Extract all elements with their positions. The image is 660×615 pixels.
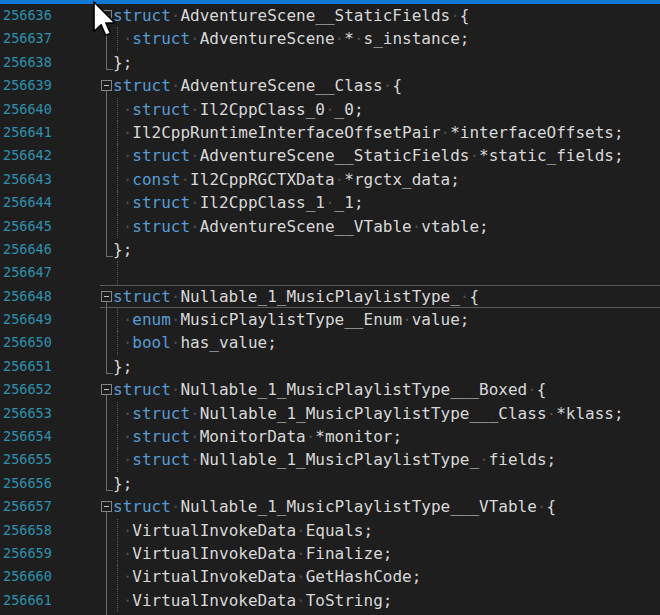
code-line: 256657struct·Nullable_1_MusicPlaylistTyp… bbox=[0, 495, 660, 518]
line-number[interactable]: 256659 bbox=[3, 542, 52, 565]
code-text[interactable]: struct·Nullable_1_MusicPlaylistType___VT… bbox=[113, 495, 556, 518]
line-number[interactable]: 256654 bbox=[3, 425, 52, 448]
code-text[interactable]: struct·AdventureScene__Class·{ bbox=[113, 74, 402, 97]
code-text[interactable]: ·const·Il2CppRGCTXData·*rgctx_data; bbox=[113, 168, 460, 191]
code-line: 256646}; bbox=[0, 238, 660, 261]
code-line: 256640·struct·Il2CppClass_0·_0; bbox=[0, 98, 660, 121]
line-number[interactable]: 256645 bbox=[3, 215, 52, 238]
whitespace-dot: · bbox=[171, 380, 181, 399]
whitespace-dot: · bbox=[190, 29, 200, 48]
line-number[interactable]: 256638 bbox=[3, 51, 52, 74]
whitespace-dot: · bbox=[190, 404, 200, 423]
fold-scope-line bbox=[106, 425, 107, 448]
line-number[interactable]: 256637 bbox=[3, 27, 52, 50]
keyword-token: struct bbox=[132, 193, 190, 212]
whitespace-dot: · bbox=[383, 76, 393, 95]
identifier-token: AdventureScene__StaticFields bbox=[180, 6, 450, 25]
identifier-token: *rgctx_data; bbox=[344, 170, 460, 189]
line-number[interactable]: 256644 bbox=[3, 191, 52, 214]
line-number[interactable]: 256660 bbox=[3, 565, 52, 588]
line-number[interactable]: 256642 bbox=[3, 144, 52, 167]
code-text[interactable]: ·struct·Il2CppClass_1·_1; bbox=[113, 191, 364, 214]
whitespace-dot: · bbox=[306, 427, 316, 446]
code-text[interactable]: ·struct·AdventureScene·*·s_instance; bbox=[113, 27, 469, 50]
code-text[interactable]: }; bbox=[113, 355, 132, 378]
code-line: 256638}; bbox=[0, 51, 660, 74]
line-number[interactable]: 256647 bbox=[3, 261, 52, 284]
indent-whitespace-dot: · bbox=[113, 98, 132, 121]
code-text[interactable]: }; bbox=[113, 472, 132, 495]
identifier-token: AdventureScene__StaticFields bbox=[200, 146, 470, 165]
line-number[interactable]: 256646 bbox=[3, 238, 52, 261]
whitespace-dot: · bbox=[190, 146, 200, 165]
fold-scope-line bbox=[106, 215, 107, 238]
whitespace-dot: · bbox=[479, 450, 489, 469]
code-text[interactable]: ·VirtualInvokeData·GetHashCode; bbox=[113, 565, 421, 588]
line-number[interactable]: 256655 bbox=[3, 448, 52, 471]
fold-collapse-toggle-icon[interactable] bbox=[101, 10, 112, 21]
identifier-token: VirtualInvokeData bbox=[132, 591, 296, 610]
code-text[interactable]: ·bool·has_value; bbox=[113, 331, 277, 354]
line-number[interactable]: 256636 bbox=[3, 4, 52, 27]
code-line: 256636struct·AdventureScene__StaticField… bbox=[0, 4, 660, 27]
whitespace-dot: · bbox=[180, 170, 190, 189]
code-text[interactable]: ·enum·MusicPlaylistType__Enum·value; bbox=[113, 308, 469, 331]
identifier-token: *interfaceOffsets; bbox=[450, 123, 623, 142]
identifier-token: AdventureScene__Class bbox=[180, 76, 382, 95]
line-number[interactable]: 256640 bbox=[3, 98, 52, 121]
code-text[interactable]: struct·Nullable_1_MusicPlaylistType_·{ bbox=[113, 285, 479, 308]
whitespace-dot: · bbox=[335, 170, 345, 189]
keyword-token: struct bbox=[132, 404, 190, 423]
fold-collapse-toggle-icon[interactable] bbox=[101, 80, 112, 91]
code-text[interactable]: ·Il2CppRuntimeInterfaceOffsetPair·*inter… bbox=[113, 121, 624, 144]
indent-whitespace-dot: · bbox=[113, 565, 132, 588]
code-text[interactable]: ·struct·AdventureScene__VTable·vtable; bbox=[113, 215, 489, 238]
code-text[interactable]: struct·Nullable_1_MusicPlaylistType___Bo… bbox=[113, 378, 547, 401]
code-text[interactable]: }; bbox=[113, 238, 132, 261]
code-text[interactable]: ·struct·Nullable_1_MusicPlaylistType_·fi… bbox=[113, 448, 556, 471]
fold-scope-line bbox=[106, 331, 107, 354]
identifier-token: *static_fields; bbox=[479, 146, 624, 165]
fold-collapse-toggle-icon[interactable] bbox=[101, 291, 112, 302]
whitespace-dot: · bbox=[537, 497, 547, 516]
line-number[interactable]: 256657 bbox=[3, 495, 52, 518]
fold-collapse-toggle-icon[interactable] bbox=[101, 501, 112, 512]
line-number[interactable]: 256656 bbox=[3, 472, 52, 495]
code-editor-viewport[interactable]: 256636struct·AdventureScene__StaticField… bbox=[0, 4, 660, 615]
fold-collapse-toggle-icon[interactable] bbox=[101, 384, 112, 395]
code-text[interactable]: ·struct·AdventureScene__StaticFields·*st… bbox=[113, 144, 624, 167]
whitespace-dot: · bbox=[412, 217, 422, 236]
code-text[interactable]: ·struct·Nullable_1_MusicPlaylistType___C… bbox=[113, 402, 624, 425]
line-number[interactable]: 256661 bbox=[3, 589, 52, 612]
line-number[interactable]: 256641 bbox=[3, 121, 52, 144]
fold-scope-line bbox=[106, 144, 107, 167]
line-number[interactable]: 256658 bbox=[3, 519, 52, 542]
whitespace-dot: · bbox=[354, 29, 364, 48]
indent-whitespace-dot: · bbox=[113, 27, 132, 50]
line-number[interactable]: 256649 bbox=[3, 308, 52, 331]
line-number[interactable]: 256650 bbox=[3, 331, 52, 354]
line-number[interactable]: 256648 bbox=[3, 285, 52, 308]
code-line: 256655·struct·Nullable_1_MusicPlaylistTy… bbox=[0, 448, 660, 471]
fold-scope-line bbox=[106, 308, 107, 331]
line-number[interactable]: 256651 bbox=[3, 355, 52, 378]
fold-scope-line bbox=[106, 27, 107, 50]
fold-scope-line bbox=[106, 121, 107, 144]
identifier-token: ToString; bbox=[306, 591, 393, 610]
code-text[interactable]: ·VirtualInvokeData·Equals; bbox=[113, 519, 373, 542]
line-number[interactable]: 256653 bbox=[3, 402, 52, 425]
code-text[interactable]: ·VirtualInvokeData·Finalize; bbox=[113, 542, 392, 565]
fold-scope-end-line bbox=[106, 51, 113, 70]
whitespace-dot: · bbox=[296, 544, 306, 563]
code-text[interactable]: struct·AdventureScene__StaticFields·{ bbox=[113, 4, 469, 27]
code-text[interactable]: ·struct·MonitorData·*monitor; bbox=[113, 425, 402, 448]
line-number[interactable]: 256643 bbox=[3, 168, 52, 191]
code-text[interactable]: ·VirtualInvokeData·ToString; bbox=[113, 589, 392, 612]
code-text[interactable]: }; bbox=[113, 51, 132, 74]
fold-scope-line bbox=[106, 191, 107, 214]
code-text[interactable]: ·struct·Il2CppClass_0·_0; bbox=[113, 98, 364, 121]
line-number[interactable]: 256652 bbox=[3, 378, 52, 401]
line-number[interactable]: 256639 bbox=[3, 74, 52, 97]
identifier-token: Nullable_1_MusicPlaylistType___Boxed bbox=[180, 380, 527, 399]
code-line: 256651}; bbox=[0, 355, 660, 378]
